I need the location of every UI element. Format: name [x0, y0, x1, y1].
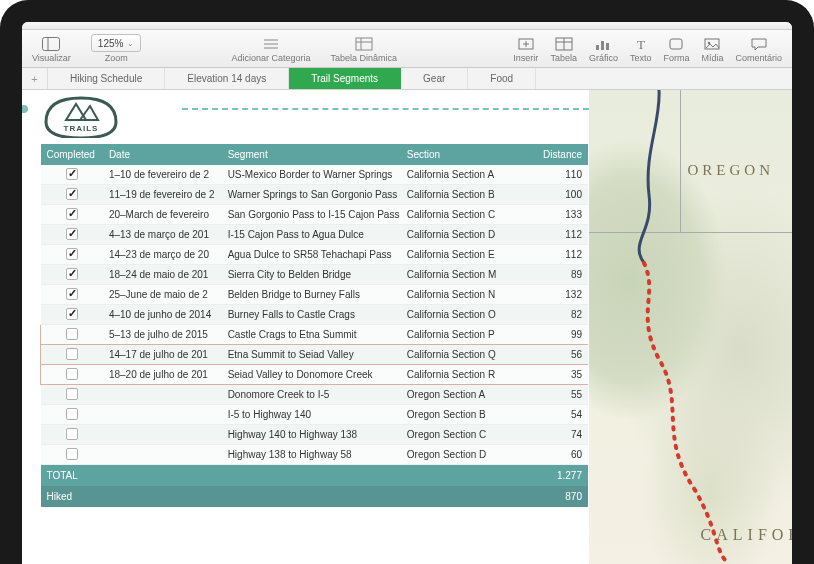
- toolbar-zoom[interactable]: 125% ⌄ Zoom: [91, 34, 142, 63]
- distance-cell[interactable]: 74: [526, 425, 588, 445]
- section-cell[interactable]: California Section E: [401, 245, 526, 265]
- sheet-tab-elevation-14-days[interactable]: Elevation 14 days: [165, 68, 289, 89]
- section-cell[interactable]: California Section R: [401, 365, 526, 385]
- toolbar-texto[interactable]: TTexto: [630, 36, 652, 63]
- table-row[interactable]: 18–24 de maio de 201Sierra City to Belde…: [41, 265, 589, 285]
- sheet-tab-trail-segments[interactable]: Trail Segments: [289, 68, 401, 89]
- distance-cell[interactable]: 110: [526, 165, 588, 185]
- section-cell[interactable]: California Section O: [401, 305, 526, 325]
- completed-cell[interactable]: [41, 205, 103, 225]
- completed-cell[interactable]: [41, 405, 103, 425]
- table-row[interactable]: 4–13 de março de 201I-15 Cajon Pass to A…: [41, 225, 589, 245]
- distance-cell[interactable]: 99: [526, 325, 588, 345]
- segment-cell[interactable]: I-15 Cajon Pass to Agua Dulce: [222, 225, 401, 245]
- distance-cell[interactable]: 112: [526, 245, 588, 265]
- section-cell[interactable]: California Section Q: [401, 345, 526, 365]
- checkbox[interactable]: [66, 168, 78, 180]
- toolbar-inserir[interactable]: Inserir: [513, 36, 538, 63]
- section-cell[interactable]: California Section C: [401, 205, 526, 225]
- segment-cell[interactable]: Highway 138 to Highway 58: [222, 445, 401, 465]
- date-cell[interactable]: [103, 445, 222, 465]
- toolbar-add-category[interactable]: Adicionar Categoria: [231, 36, 310, 63]
- checkbox[interactable]: [66, 188, 78, 200]
- completed-cell[interactable]: [41, 285, 103, 305]
- date-cell[interactable]: 14–23 de março de 20: [103, 245, 222, 265]
- date-cell[interactable]: 4–13 de março de 201: [103, 225, 222, 245]
- distance-cell[interactable]: 100: [526, 185, 588, 205]
- completed-cell[interactable]: [41, 325, 103, 345]
- toolbar-comentário[interactable]: Comentário: [735, 36, 782, 63]
- toolbar-pivot[interactable]: Tabela Dinâmica: [330, 36, 397, 63]
- checkbox[interactable]: [66, 368, 78, 380]
- toolbar-visualizer[interactable]: Visualizar: [32, 36, 71, 63]
- table-row[interactable]: 11–19 de fevereiro de 2Warner Springs to…: [41, 185, 589, 205]
- section-cell[interactable]: California Section A: [401, 165, 526, 185]
- segment-cell[interactable]: US-Mexico Border to Warner Springs: [222, 165, 401, 185]
- segment-cell[interactable]: I-5 to Highway 140: [222, 405, 401, 425]
- distance-cell[interactable]: 112: [526, 225, 588, 245]
- section-cell[interactable]: California Section N: [401, 285, 526, 305]
- table-row[interactable]: 14–17 de julho de 201Etna Summit to Seia…: [41, 345, 589, 365]
- table-row[interactable]: 14–23 de março de 20Agua Dulce to SR58 T…: [41, 245, 589, 265]
- section-cell[interactable]: California Section B: [401, 185, 526, 205]
- date-cell[interactable]: 14–17 de julho de 201: [103, 345, 222, 365]
- segment-cell[interactable]: Burney Falls to Castle Crags: [222, 305, 401, 325]
- table-row[interactable]: 20–March de fevereiroSan Gorgonio Pass t…: [41, 205, 589, 225]
- table-row[interactable]: 1–10 de fevereiro de 2US-Mexico Border t…: [41, 165, 589, 185]
- date-cell[interactable]: 18–20 de julho de 201: [103, 365, 222, 385]
- checkbox[interactable]: [66, 208, 78, 220]
- table-row[interactable]: I-5 to Highway 140Oregon Section B54: [41, 405, 589, 425]
- section-cell[interactable]: Oregon Section C: [401, 425, 526, 445]
- segment-cell[interactable]: Donomore Creek to I-5: [222, 385, 401, 405]
- date-cell[interactable]: 1–10 de fevereiro de 2: [103, 165, 222, 185]
- segment-cell[interactable]: Warner Springs to San Gorgonio Pass: [222, 185, 401, 205]
- distance-cell[interactable]: 54: [526, 405, 588, 425]
- section-cell[interactable]: California Section P: [401, 325, 526, 345]
- completed-cell[interactable]: [41, 245, 103, 265]
- completed-cell[interactable]: [41, 185, 103, 205]
- table-row[interactable]: Highway 140 to Highway 138Oregon Section…: [41, 425, 589, 445]
- sheet-tab-gear[interactable]: Gear: [401, 68, 468, 89]
- completed-cell[interactable]: [41, 265, 103, 285]
- distance-cell[interactable]: 89: [526, 265, 588, 285]
- segment-cell[interactable]: San Gorgonio Pass to I-15 Cajon Pass: [222, 205, 401, 225]
- distance-cell[interactable]: 60: [526, 445, 588, 465]
- section-cell[interactable]: Oregon Section A: [401, 385, 526, 405]
- segment-cell[interactable]: Highway 140 to Highway 138: [222, 425, 401, 445]
- date-cell[interactable]: [103, 405, 222, 425]
- completed-cell[interactable]: [41, 345, 103, 365]
- distance-cell[interactable]: 82: [526, 305, 588, 325]
- table-row[interactable]: Highway 138 to Highway 58Oregon Section …: [41, 445, 589, 465]
- date-cell[interactable]: [103, 385, 222, 405]
- zoom-select[interactable]: 125% ⌄: [91, 34, 142, 52]
- completed-cell[interactable]: [41, 385, 103, 405]
- segment-cell[interactable]: Etna Summit to Seiad Valley: [222, 345, 401, 365]
- completed-cell[interactable]: [41, 225, 103, 245]
- segment-cell[interactable]: Belden Bridge to Burney Falls: [222, 285, 401, 305]
- add-sheet-button[interactable]: +: [22, 68, 48, 89]
- segment-cell[interactable]: Seiad Valley to Donomore Creek: [222, 365, 401, 385]
- checkbox[interactable]: [66, 228, 78, 240]
- column-header[interactable]: Segment: [222, 144, 401, 165]
- table-row[interactable]: 18–20 de julho de 201Seiad Valley to Don…: [41, 365, 589, 385]
- checkbox[interactable]: [66, 428, 78, 440]
- toolbar-tabela[interactable]: Tabela: [550, 36, 577, 63]
- table-row[interactable]: 5–13 de julho de 2015Castle Crags to Etn…: [41, 325, 589, 345]
- checkbox[interactable]: [66, 268, 78, 280]
- distance-cell[interactable]: 35: [526, 365, 588, 385]
- toolbar-forma[interactable]: Forma: [663, 36, 689, 63]
- table-row[interactable]: 4–10 de junho de 2014Burney Falls to Cas…: [41, 305, 589, 325]
- completed-cell[interactable]: [41, 425, 103, 445]
- checkbox[interactable]: [66, 448, 78, 460]
- date-cell[interactable]: [103, 425, 222, 445]
- trail-segments-table[interactable]: CompletedDateSegmentSectionDistance 1–10…: [40, 144, 588, 507]
- date-cell[interactable]: 4–10 de junho de 2014: [103, 305, 222, 325]
- table-row[interactable]: Donomore Creek to I-5Oregon Section A55: [41, 385, 589, 405]
- toolbar-mídia[interactable]: Mídia: [701, 36, 723, 63]
- checkbox[interactable]: [66, 408, 78, 420]
- segment-cell[interactable]: Agua Dulce to SR58 Tehachapi Pass: [222, 245, 401, 265]
- date-cell[interactable]: 11–19 de fevereiro de 2: [103, 185, 222, 205]
- toolbar-gráfico[interactable]: Gráfico: [589, 36, 618, 63]
- segment-cell[interactable]: Sierra City to Belden Bridge: [222, 265, 401, 285]
- checkbox[interactable]: [66, 328, 78, 340]
